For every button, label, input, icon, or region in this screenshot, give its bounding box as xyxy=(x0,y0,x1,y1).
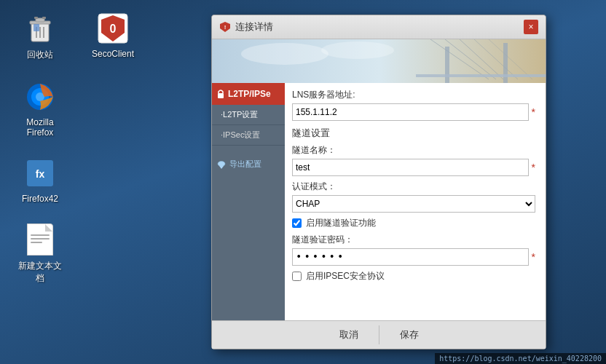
banner-bridge-svg xyxy=(212,39,546,83)
dialog-body: L2TP/IPSe ·L2TP设置 ·IPSec设置 导出配置 xyxy=(212,83,546,320)
firefox-label: Mozilla Firefox xyxy=(15,117,66,138)
dialog-titlebar: ! 连接详情 × xyxy=(212,15,546,39)
new-text-doc-label: 新建文本文档 xyxy=(15,260,66,285)
desktop-icon-new-text-doc[interactable]: 新建文本文档 xyxy=(15,222,66,285)
firefox42-icon: fx xyxy=(23,156,58,191)
svg-rect-8 xyxy=(34,24,39,31)
shield-icon: ! xyxy=(219,21,231,33)
lns-required-star: * xyxy=(532,106,535,118)
lns-label: LNS服务器地址: xyxy=(292,89,535,101)
sidebar-export-config[interactable]: 导出配置 xyxy=(212,153,285,175)
svg-text:0: 0 xyxy=(110,23,117,35)
seco-client-icon: 0 xyxy=(95,11,130,46)
url-bar: https://blog.csdn.net/weixin_40228200 xyxy=(435,353,606,364)
desktop-icon-firefox42[interactable]: fx Firefox42 xyxy=(15,156,66,204)
auth-mode-select-row: CHAP PAP MS-CHAP MS-CHAPv2 xyxy=(292,195,535,213)
tunnel-name-required-star: * xyxy=(532,162,535,173)
svg-text:fx: fx xyxy=(36,168,45,180)
dialog-close-button[interactable]: × xyxy=(524,20,538,34)
svg-rect-27 xyxy=(416,74,546,77)
desktop-icons-area: 回收站 0 SecoClient xyxy=(15,11,138,285)
cancel-button[interactable]: 取消 xyxy=(325,325,373,344)
lock-icon xyxy=(216,89,225,99)
svg-text:!: ! xyxy=(224,24,227,31)
tunnel-password-required-star: * xyxy=(532,251,535,263)
sidebar-section-label: L2TP/IPSe xyxy=(228,89,271,99)
dialog-main-content: LNS服务器地址: * 隧道设置 隧道名称： * 认证模式： xyxy=(285,83,546,320)
svg-rect-30 xyxy=(218,93,224,98)
tunnel-name-label: 隧道名称： xyxy=(292,144,535,157)
tunnel-password-label: 隧道验证密码： xyxy=(292,234,535,246)
tunnel-auth-checkbox-label: 启用隧道验证功能 xyxy=(306,217,376,229)
sidebar-section-l2tp: L2TP/IPSe xyxy=(212,83,285,105)
auth-mode-select[interactable]: CHAP PAP MS-CHAP MS-CHAPv2 xyxy=(292,195,535,213)
save-button[interactable]: 保存 xyxy=(385,325,433,344)
tunnel-auth-checkbox-row: 启用隧道验证功能 xyxy=(292,217,535,229)
dialog-banner xyxy=(212,39,546,83)
desktop-icon-recycle-bin[interactable]: 回收站 xyxy=(15,11,66,61)
svg-marker-33 xyxy=(219,166,224,169)
lns-input[interactable] xyxy=(292,103,529,121)
sidebar-item-l2tp[interactable]: ·L2TP设置 xyxy=(212,105,285,125)
ipsec-checkbox-row: 启用IPSEC安全协议 xyxy=(292,270,535,282)
dialog-footer: 取消 保存 xyxy=(212,320,546,349)
svg-point-29 xyxy=(321,41,394,59)
tunnel-password-input[interactable] xyxy=(292,248,529,266)
dialog-title-area: ! 连接详情 xyxy=(219,20,273,33)
svg-rect-7 xyxy=(42,17,46,19)
auth-mode-label: 认证模式： xyxy=(292,181,535,193)
lns-input-row: * xyxy=(292,103,535,121)
ipsec-checkbox-label: 启用IPSEC安全协议 xyxy=(306,270,385,282)
export-config-label: 导出配置 xyxy=(229,159,261,170)
connection-details-dialog: ! 连接详情 × xyxy=(211,15,546,349)
desktop: 回收站 0 SecoClient xyxy=(0,0,606,364)
dialog-title-text: 连接详情 xyxy=(235,20,273,33)
sidebar-item-ipsec[interactable]: ·IPSec设置 xyxy=(212,125,285,146)
firefox-icon xyxy=(23,79,58,114)
svg-rect-6 xyxy=(34,17,38,19)
footer-divider xyxy=(379,325,379,344)
new-text-doc-icon xyxy=(23,222,58,257)
tunnel-name-input-row: * xyxy=(292,159,535,176)
firefox42-label: Firefox42 xyxy=(22,194,58,204)
desktop-icon-firefox[interactable]: Mozilla Firefox xyxy=(15,79,66,138)
tunnel-name-input[interactable] xyxy=(292,159,529,176)
recycle-bin-icon xyxy=(23,11,58,46)
recycle-bin-label: 回收站 xyxy=(27,49,53,61)
tunnel-auth-checkbox[interactable] xyxy=(292,218,302,228)
svg-point-28 xyxy=(241,43,328,65)
dialog-scroll-area[interactable]: LNS服务器地址: * 隧道设置 隧道名称： * 认证模式： xyxy=(285,83,546,320)
desktop-icon-seco-client[interactable]: 0 SecoClient xyxy=(87,11,138,61)
ipsec-checkbox[interactable] xyxy=(292,272,302,281)
svg-rect-25 xyxy=(445,47,449,83)
tunnel-password-input-row: * xyxy=(292,248,535,266)
tunnel-section-title: 隧道设置 xyxy=(292,127,535,140)
seco-client-label: SecoClient xyxy=(92,49,134,59)
cloud-export-icon xyxy=(216,160,227,169)
dialog-sidebar: L2TP/IPSe ·L2TP设置 ·IPSec设置 导出配置 xyxy=(212,83,285,320)
